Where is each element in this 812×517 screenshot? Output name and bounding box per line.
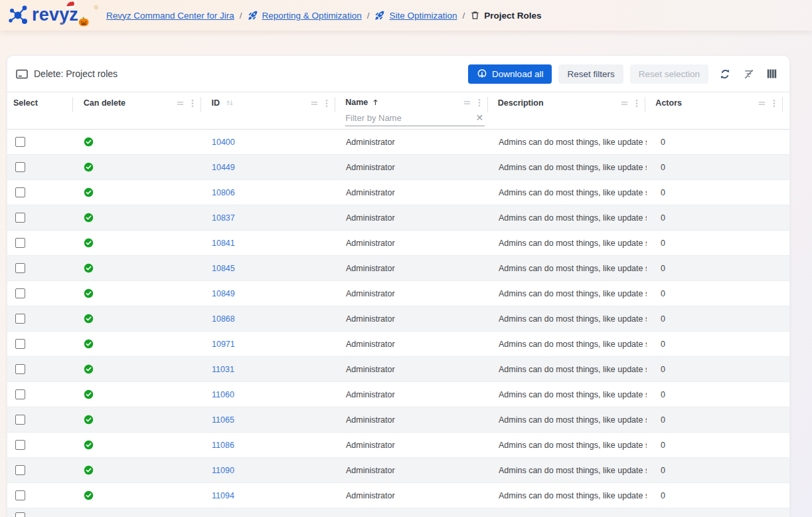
confetti-spark-icon: ✺ [93, 3, 99, 12]
sort-asc-icon[interactable] [371, 98, 380, 107]
breadcrumb-link-command-center[interactable]: Revyz Command Center for Jira [106, 11, 234, 21]
role-name: Administrator [346, 340, 395, 349]
column-menu-icon[interactable] [772, 98, 776, 108]
description-cell: Admins can do most things, like update s… [489, 231, 647, 255]
row-checkbox[interactable] [15, 263, 25, 273]
sort-both-icon[interactable] [225, 98, 234, 108]
can-delete-check-icon [84, 389, 94, 399]
refresh-button[interactable] [718, 67, 732, 81]
row-checkbox[interactable] [15, 162, 25, 172]
role-name: Administrator [346, 491, 395, 500]
column-drag-icon[interactable] [309, 98, 319, 108]
role-id-link[interactable]: 11065 [212, 415, 234, 425]
role-id-link[interactable]: 11031 [212, 365, 234, 374]
id-cell: 10841 [201, 231, 336, 255]
role-actors: 0 [657, 314, 665, 324]
actors-cell: 0 [647, 332, 784, 356]
role-id-link[interactable]: 10849 [212, 289, 235, 298]
role-actors: 0 [657, 441, 665, 450]
column-drag-icon[interactable] [462, 98, 472, 108]
column-menu-icon[interactable] [635, 98, 639, 108]
row-checkbox[interactable] [15, 465, 25, 475]
row-checkbox[interactable] [15, 213, 25, 223]
column-drag-icon[interactable] [619, 98, 629, 108]
id-cell: 11090 [201, 458, 336, 482]
download-all-button[interactable]: Download all [468, 64, 552, 84]
column-header-name[interactable]: Name ✕ [335, 92, 488, 129]
row-checkbox[interactable] [15, 415, 25, 425]
row-checkbox[interactable] [15, 440, 25, 450]
can-delete-check-icon [84, 288, 94, 298]
column-drag-icon[interactable] [757, 98, 767, 108]
role-id-link[interactable]: 11090 [212, 466, 234, 475]
role-name: Administrator [346, 415, 395, 425]
role-id-link[interactable]: 10449 [212, 163, 235, 172]
role-id-link[interactable]: 10837 [212, 213, 235, 223]
id-cell: 11031 [201, 357, 336, 381]
table-row: 10841 Administrator Admins can do most t… [7, 231, 789, 256]
role-description: Admins can do most things, like update s… [499, 441, 647, 450]
row-checkbox[interactable] [15, 187, 25, 197]
table-row: 10400 Administrator Admins can do most t… [7, 130, 789, 155]
role-id-link[interactable]: 10868 [212, 314, 235, 324]
role-id-link[interactable]: 10971 [212, 340, 235, 349]
column-header-actors[interactable]: Actors [645, 92, 783, 129]
revyz-logo[interactable]: revyz 🎃 ✺ ✦ ✺ [0, 0, 106, 31]
name-filter-input[interactable] [345, 113, 474, 123]
role-description: Admins can do most things, like update s… [499, 289, 647, 298]
column-header-description[interactable]: Description [488, 92, 646, 129]
clear-filters-button[interactable] [742, 67, 756, 81]
breadcrumb-link-site-optimization[interactable]: Site Optimization [389, 11, 457, 21]
role-id-link[interactable]: 11060 [212, 390, 234, 399]
reset-filters-button[interactable]: Reset filters [558, 64, 623, 84]
column-menu-icon[interactable] [325, 98, 329, 108]
column-menu-icon[interactable] [477, 98, 481, 108]
select-cell [7, 458, 73, 482]
name-cell: Administrator [336, 357, 489, 381]
role-name: Administrator [346, 188, 395, 197]
columns-button[interactable] [766, 67, 779, 80]
row-checkbox[interactable] [15, 288, 25, 298]
description-cell: Admins can do most things, like update s… [489, 433, 647, 457]
id-cell: 11094 [201, 483, 336, 508]
description-cell: Admins can do most things, like update s… [489, 256, 647, 280]
clear-filter-icon[interactable]: ✕ [474, 113, 485, 122]
role-id-link[interactable]: 10845 [212, 264, 235, 273]
pumpkin-emoji: 🎃 [78, 17, 89, 27]
row-checkbox[interactable] [15, 512, 25, 517]
row-checkbox[interactable] [15, 364, 25, 374]
actors-cell: 0 [647, 256, 784, 280]
role-id-link[interactable]: 10841 [212, 239, 235, 248]
row-checkbox[interactable] [15, 389, 25, 399]
row-checkbox[interactable] [15, 238, 25, 248]
row-checkbox[interactable] [15, 339, 25, 349]
id-cell: 10806 [201, 180, 336, 205]
can-delete-cell [73, 382, 201, 407]
row-checkbox[interactable] [15, 137, 25, 147]
can-delete-check-icon [84, 187, 94, 197]
role-id-link[interactable]: 10400 [212, 138, 235, 147]
role-description: Admins can do most things, like update s… [499, 491, 647, 500]
role-actors: 0 [657, 264, 665, 273]
row-checkbox[interactable] [15, 490, 25, 500]
description-cell: Admins can do most things, like update s… [489, 458, 647, 482]
column-drag-icon[interactable] [175, 98, 185, 108]
role-actors: 0 [657, 138, 665, 147]
breadcrumb-link-reporting[interactable]: Reporting & Optimization [262, 11, 362, 21]
column-header-can-delete[interactable]: Can delete [73, 92, 201, 129]
breadcrumb-separator: / [367, 11, 370, 21]
role-actors: 0 [657, 491, 665, 500]
select-cell [7, 231, 73, 255]
column-header-id[interactable]: ID [201, 92, 336, 129]
table-row: 10971 Administrator Admins can do most t… [7, 332, 789, 357]
column-menu-icon[interactable] [191, 98, 195, 108]
role-id-link[interactable]: 11086 [212, 441, 234, 450]
role-actors: 0 [657, 163, 665, 172]
reset-selection-button[interactable]: Reset selection [630, 64, 708, 84]
santa-hat-icon [63, 0, 80, 11]
role-id-link[interactable]: 11094 [212, 491, 234, 500]
role-id-link[interactable]: 10806 [212, 188, 235, 197]
role-description: Admins can do most things, like update s… [499, 239, 647, 248]
row-checkbox[interactable] [15, 314, 25, 324]
actors-cell: 0 [647, 231, 784, 255]
